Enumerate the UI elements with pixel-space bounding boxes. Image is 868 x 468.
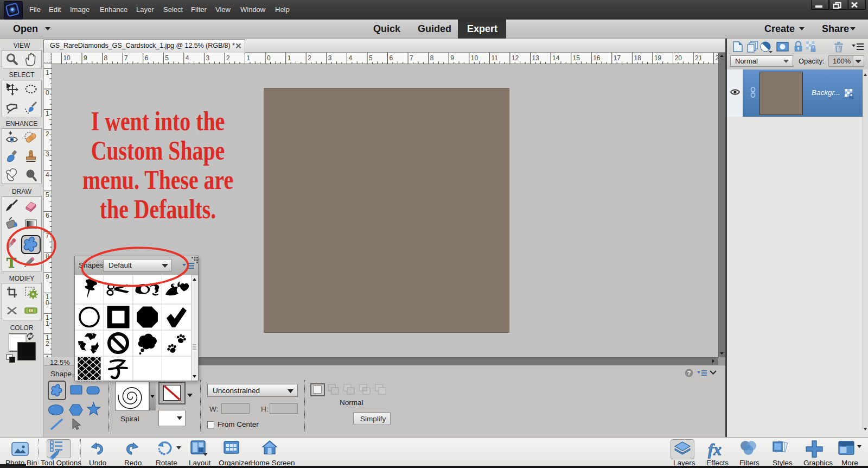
svg-text:18: 18 — [634, 54, 641, 62]
svg-text:4: 4 — [46, 171, 49, 179]
svg-text:9: 9 — [450, 54, 454, 62]
svg-text:19: 19 — [654, 54, 662, 62]
svg-text:fx: fx — [708, 440, 722, 458]
svg-text:6: 6 — [390, 54, 393, 62]
svg-text:11: 11 — [491, 54, 498, 62]
svg-text:2: 2 — [46, 340, 49, 347]
svg-text:15: 15 — [573, 54, 580, 62]
svg-text:1: 1 — [46, 320, 49, 327]
svg-text:10: 10 — [471, 54, 478, 62]
svg-text:1: 1 — [247, 54, 251, 62]
svg-text:3: 3 — [46, 150, 49, 158]
svg-text:20: 20 — [675, 54, 682, 62]
svg-text:7: 7 — [124, 54, 128, 62]
svg-text:16: 16 — [593, 54, 601, 62]
svg-text:0: 0 — [46, 299, 49, 307]
svg-text:2: 2 — [46, 130, 49, 138]
svg-text:8: 8 — [430, 54, 434, 62]
svg-text:12: 12 — [512, 54, 519, 62]
svg-text:17: 17 — [614, 54, 621, 62]
svg-text:4: 4 — [348, 54, 352, 62]
svg-text:10: 10 — [63, 54, 71, 62]
svg-text:14: 14 — [552, 54, 560, 62]
svg-text:5: 5 — [369, 54, 373, 62]
svg-text:5: 5 — [165, 54, 169, 62]
svg-text:2: 2 — [226, 54, 230, 62]
svg-text:6: 6 — [46, 212, 49, 219]
svg-text:1: 1 — [46, 69, 49, 77]
svg-text:3: 3 — [206, 54, 209, 62]
svg-text:4: 4 — [186, 54, 189, 62]
svg-text:6: 6 — [145, 54, 149, 62]
svg-text:0: 0 — [46, 89, 49, 97]
svg-text:21: 21 — [695, 54, 703, 62]
svg-text:7: 7 — [410, 54, 413, 62]
svg-text:3: 3 — [328, 54, 332, 62]
svg-text:?: ? — [687, 370, 691, 376]
svg-text:1: 1 — [46, 110, 49, 117]
svg-text:2: 2 — [308, 54, 311, 62]
svg-text:5: 5 — [46, 191, 49, 199]
svg-text:9: 9 — [46, 273, 49, 281]
svg-text:1: 1 — [288, 54, 291, 62]
svg-text:8: 8 — [104, 54, 108, 62]
svg-text:9: 9 — [84, 54, 87, 62]
svg-text:0: 0 — [267, 54, 271, 62]
svg-text:13: 13 — [532, 54, 540, 62]
